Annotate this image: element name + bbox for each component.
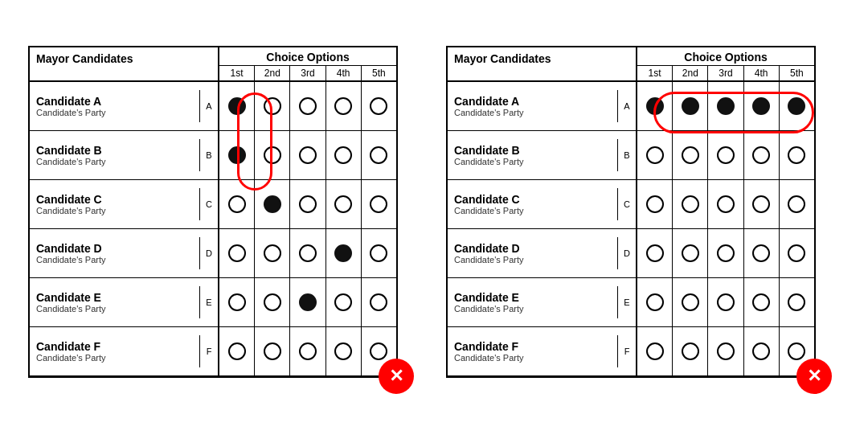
- choice-cell[interactable]: [708, 180, 743, 228]
- empty-bubble[interactable]: [264, 293, 281, 311]
- empty-bubble[interactable]: [717, 293, 735, 311]
- empty-bubble[interactable]: [370, 97, 387, 115]
- filled-bubble[interactable]: [788, 97, 805, 115]
- choice-cell[interactable]: [708, 131, 743, 179]
- choice-cell[interactable]: [780, 229, 814, 277]
- empty-bubble[interactable]: [299, 244, 317, 262]
- choice-cell[interactable]: [219, 229, 255, 277]
- choice-cell[interactable]: [744, 82, 780, 130]
- empty-bubble[interactable]: [299, 195, 317, 213]
- choice-cell[interactable]: [255, 131, 290, 179]
- choice-cell[interactable]: [637, 131, 673, 179]
- choice-cell[interactable]: [673, 180, 708, 228]
- empty-bubble[interactable]: [334, 146, 352, 164]
- empty-bubble[interactable]: [752, 293, 770, 311]
- choice-cell[interactable]: [290, 131, 326, 179]
- empty-bubble[interactable]: [264, 342, 281, 360]
- choice-cell[interactable]: [780, 131, 814, 179]
- choice-cell[interactable]: [637, 229, 673, 277]
- filled-bubble[interactable]: [752, 97, 770, 115]
- choice-cell[interactable]: [326, 82, 362, 130]
- choice-cell[interactable]: [637, 278, 673, 326]
- empty-bubble[interactable]: [370, 293, 387, 311]
- empty-bubble[interactable]: [228, 293, 246, 311]
- choice-cell[interactable]: [744, 278, 780, 326]
- choice-cell[interactable]: [637, 180, 673, 228]
- choice-cell[interactable]: [219, 180, 255, 228]
- choice-cell[interactable]: [673, 229, 708, 277]
- empty-bubble[interactable]: [299, 342, 317, 360]
- empty-bubble[interactable]: [334, 195, 352, 213]
- choice-cell[interactable]: [255, 229, 290, 277]
- choice-cell[interactable]: [255, 327, 290, 375]
- choice-cell[interactable]: [219, 278, 255, 326]
- empty-bubble[interactable]: [334, 342, 352, 360]
- empty-bubble[interactable]: [682, 342, 699, 360]
- choice-cell[interactable]: [637, 327, 673, 375]
- empty-bubble[interactable]: [264, 146, 281, 164]
- choice-cell[interactable]: [708, 82, 743, 130]
- empty-bubble[interactable]: [717, 342, 735, 360]
- choice-cell[interactable]: [673, 82, 708, 130]
- choice-cell[interactable]: [326, 327, 362, 375]
- choice-cell[interactable]: [744, 229, 780, 277]
- error-x-button[interactable]: ✕: [379, 359, 414, 394]
- empty-bubble[interactable]: [717, 244, 735, 262]
- empty-bubble[interactable]: [646, 195, 664, 213]
- empty-bubble[interactable]: [334, 293, 352, 311]
- choice-cell[interactable]: [219, 82, 255, 130]
- choice-cell[interactable]: [708, 278, 743, 326]
- choice-cell[interactable]: [780, 82, 814, 130]
- empty-bubble[interactable]: [788, 342, 805, 360]
- empty-bubble[interactable]: [682, 146, 699, 164]
- choice-cell[interactable]: [326, 180, 362, 228]
- empty-bubble[interactable]: [717, 195, 735, 213]
- empty-bubble[interactable]: [788, 195, 805, 213]
- empty-bubble[interactable]: [788, 293, 805, 311]
- empty-bubble[interactable]: [228, 244, 246, 262]
- choice-cell[interactable]: [673, 327, 708, 375]
- choice-cell[interactable]: [362, 131, 396, 179]
- empty-bubble[interactable]: [752, 146, 770, 164]
- choice-cell[interactable]: [362, 229, 396, 277]
- empty-bubble[interactable]: [370, 244, 387, 262]
- filled-bubble[interactable]: [682, 97, 699, 115]
- empty-bubble[interactable]: [646, 146, 664, 164]
- choice-cell[interactable]: [744, 131, 780, 179]
- empty-bubble[interactable]: [370, 146, 387, 164]
- empty-bubble[interactable]: [788, 146, 805, 164]
- choice-cell[interactable]: [290, 278, 326, 326]
- filled-bubble[interactable]: [299, 293, 317, 311]
- choice-cell[interactable]: [255, 82, 290, 130]
- empty-bubble[interactable]: [752, 195, 770, 213]
- filled-bubble[interactable]: [646, 97, 664, 115]
- filled-bubble[interactable]: [228, 97, 246, 115]
- choice-cell[interactable]: [290, 327, 326, 375]
- empty-bubble[interactable]: [788, 244, 805, 262]
- empty-bubble[interactable]: [646, 244, 664, 262]
- empty-bubble[interactable]: [682, 195, 699, 213]
- empty-bubble[interactable]: [264, 97, 281, 115]
- empty-bubble[interactable]: [228, 195, 246, 213]
- error-x-button[interactable]: ✕: [796, 359, 832, 394]
- choice-cell[interactable]: [290, 229, 326, 277]
- choice-cell[interactable]: [637, 82, 673, 130]
- choice-cell[interactable]: [362, 278, 396, 326]
- choice-cell[interactable]: [326, 131, 362, 179]
- empty-bubble[interactable]: [370, 195, 387, 213]
- choice-cell[interactable]: [780, 278, 814, 326]
- choice-cell[interactable]: [744, 180, 780, 228]
- choice-cell[interactable]: [673, 278, 708, 326]
- empty-bubble[interactable]: [264, 244, 281, 262]
- choice-cell[interactable]: [744, 327, 780, 375]
- filled-bubble[interactable]: [264, 195, 281, 213]
- filled-bubble[interactable]: [717, 97, 735, 115]
- empty-bubble[interactable]: [752, 244, 770, 262]
- empty-bubble[interactable]: [370, 342, 387, 360]
- choice-cell[interactable]: [362, 180, 396, 228]
- choice-cell[interactable]: [255, 180, 290, 228]
- choice-cell[interactable]: [219, 131, 255, 179]
- filled-bubble[interactable]: [228, 146, 246, 164]
- choice-cell[interactable]: [290, 180, 326, 228]
- filled-bubble[interactable]: [334, 244, 352, 262]
